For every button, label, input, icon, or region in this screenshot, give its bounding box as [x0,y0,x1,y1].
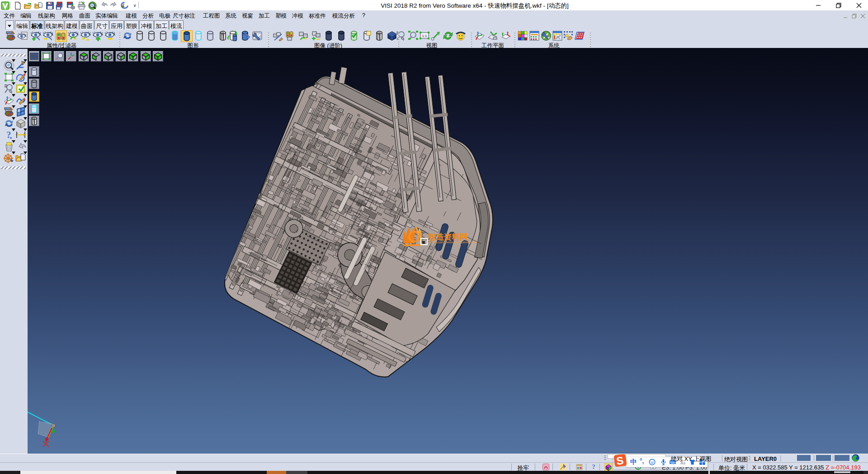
svg-text:智造资料网: 智造资料网 [428,232,468,242]
svg-text:?: ? [592,463,595,470]
svg-text:1:1: 1:1 [422,34,427,38]
svg-text:INTELLIGENT MANUFACTURING DATA: INTELLIGENT MANUFACTURING DATA [428,241,477,244]
svg-text:S: S [616,454,624,467]
